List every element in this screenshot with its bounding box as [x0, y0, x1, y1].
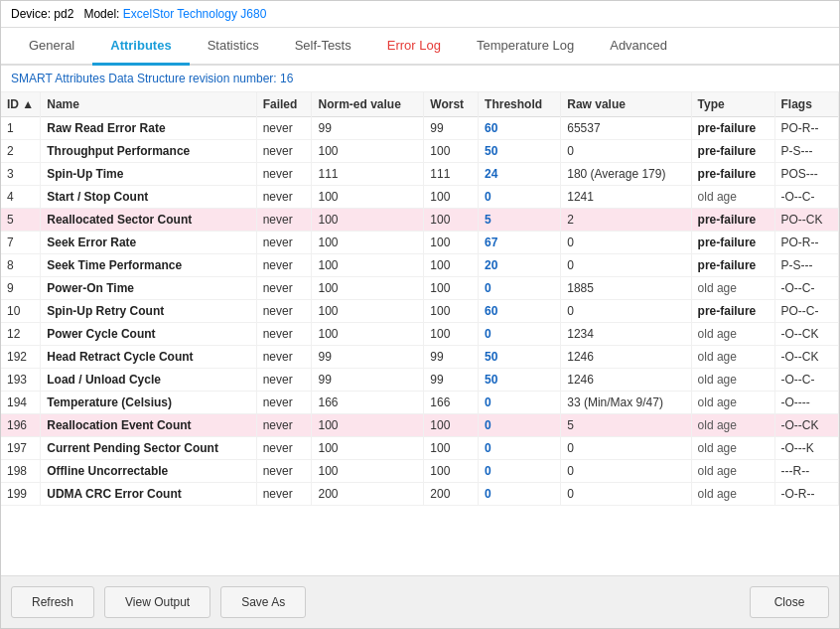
cell-4: 99	[424, 369, 479, 392]
cell-1: Start / Stop Count	[41, 186, 256, 209]
col-header-8: Flags	[774, 92, 838, 117]
cell-6: 65537	[561, 117, 691, 140]
close-button[interactable]: Close	[750, 586, 829, 618]
cell-5: 24	[479, 163, 561, 186]
cell-7: old age	[691, 414, 774, 437]
table-row[interactable]: 196Reallocation Event Countnever10010005…	[1, 414, 839, 437]
cell-5: 0	[479, 460, 561, 483]
cell-2: never	[256, 369, 312, 392]
table-row[interactable]: 8Seek Time Performancenever100100200pre-…	[1, 254, 839, 277]
table-row[interactable]: 197Current Pending Sector Countnever1001…	[1, 437, 839, 460]
table-row[interactable]: 194Temperature (Celsius)never166166033 (…	[1, 392, 839, 414]
cell-2: never	[256, 209, 312, 232]
cell-5: 67	[479, 232, 561, 254]
cell-8: P-S---	[774, 254, 838, 277]
cell-8: PO-R--	[774, 232, 838, 254]
cell-4: 100	[424, 232, 479, 254]
cell-5: 60	[479, 117, 561, 140]
cell-7: old age	[691, 346, 774, 369]
cell-2: never	[256, 483, 312, 506]
cell-7: old age	[691, 369, 774, 392]
cell-4: 100	[424, 140, 479, 163]
cell-6: 0	[561, 140, 691, 163]
col-header-4: Worst	[424, 92, 479, 117]
table-row[interactable]: 4Start / Stop Countnever10010001241old a…	[1, 186, 839, 209]
tab-advanced[interactable]: Advanced	[592, 28, 685, 66]
cell-2: never	[256, 323, 312, 346]
cell-7: old age	[691, 277, 774, 300]
table-row[interactable]: 10Spin-Up Retry Countnever100100600pre-f…	[1, 300, 839, 323]
cell-3: 99	[312, 117, 424, 140]
cell-6: 0	[561, 300, 691, 323]
cell-4: 100	[424, 277, 479, 300]
cell-7: old age	[691, 323, 774, 346]
tab-general[interactable]: General	[11, 28, 92, 66]
col-header-6: Raw value	[561, 92, 691, 117]
cell-6: 1241	[561, 186, 691, 209]
table-row[interactable]: 5Reallocated Sector Countnever10010052pr…	[1, 209, 839, 232]
tab-statistics[interactable]: Statistics	[190, 28, 277, 66]
table-row[interactable]: 7Seek Error Ratenever100100670pre-failur…	[1, 232, 839, 254]
attributes-table-container[interactable]: ID ▲NameFailedNorm-ed valueWorstThreshol…	[1, 92, 839, 575]
cell-6: 5	[561, 414, 691, 437]
cell-1: Reallocated Sector Count	[41, 209, 256, 232]
revision-bar: SMART Attributes Data Structure revision…	[1, 66, 839, 92]
cell-2: never	[256, 460, 312, 483]
cell-8: -O---K	[774, 437, 838, 460]
cell-3: 100	[312, 437, 424, 460]
cell-0: 3	[1, 163, 41, 186]
cell-1: UDMA CRC Error Count	[41, 483, 256, 506]
cell-4: 111	[424, 163, 479, 186]
cell-4: 100	[424, 209, 479, 232]
col-header-3: Norm-ed value	[312, 92, 424, 117]
cell-4: 99	[424, 346, 479, 369]
table-row[interactable]: 193Load / Unload Cyclenever9999501246old…	[1, 369, 839, 392]
cell-4: 100	[424, 414, 479, 437]
table-row[interactable]: 3Spin-Up Timenever11111124180 (Average 1…	[1, 163, 839, 186]
save-as-button[interactable]: Save As	[220, 586, 306, 618]
cell-0: 194	[1, 392, 41, 414]
cell-6: 0	[561, 483, 691, 506]
cell-3: 100	[312, 414, 424, 437]
table-row[interactable]: 199UDMA CRC Error Countnever20020000old …	[1, 483, 839, 506]
cell-6: 1885	[561, 277, 691, 300]
cell-3: 100	[312, 277, 424, 300]
cell-2: never	[256, 346, 312, 369]
cell-1: Power-On Time	[41, 277, 256, 300]
cell-1: Temperature (Celsius)	[41, 392, 256, 414]
cell-5: 50	[479, 140, 561, 163]
table-row[interactable]: 1Raw Read Error Ratenever99996065537pre-…	[1, 117, 839, 140]
table-row[interactable]: 2Throughput Performancenever100100500pre…	[1, 140, 839, 163]
cell-4: 100	[424, 254, 479, 277]
cell-0: 8	[1, 254, 41, 277]
table-row[interactable]: 198Offline Uncorrectablenever10010000old…	[1, 460, 839, 483]
table-row[interactable]: 192Head Retract Cycle Countnever99995012…	[1, 346, 839, 369]
cell-2: never	[256, 186, 312, 209]
table-row[interactable]: 12Power Cycle Countnever10010001234old a…	[1, 323, 839, 346]
cell-8: -O--C-	[774, 277, 838, 300]
cell-7: pre-failure	[691, 140, 774, 163]
cell-1: Seek Time Performance	[41, 254, 256, 277]
cell-2: never	[256, 414, 312, 437]
cell-8: -O--C-	[774, 369, 838, 392]
cell-0: 196	[1, 414, 41, 437]
tab-error-log[interactable]: Error Log	[369, 28, 459, 66]
cell-5: 50	[479, 369, 561, 392]
cell-3: 111	[312, 163, 424, 186]
tab-self-tests[interactable]: Self-Tests	[277, 28, 369, 66]
cell-7: pre-failure	[691, 254, 774, 277]
cell-3: 100	[312, 460, 424, 483]
cell-3: 166	[312, 392, 424, 414]
tab-attributes[interactable]: Attributes	[92, 28, 189, 66]
cell-2: never	[256, 232, 312, 254]
cell-6: 2	[561, 209, 691, 232]
refresh-button[interactable]: Refresh	[11, 586, 94, 618]
tab-temperature-log[interactable]: Temperature Log	[459, 28, 592, 66]
cell-3: 100	[312, 186, 424, 209]
table-row[interactable]: 9Power-On Timenever10010001885old age-O-…	[1, 277, 839, 300]
cell-7: old age	[691, 437, 774, 460]
cell-0: 192	[1, 346, 41, 369]
cell-5: 60	[479, 300, 561, 323]
device-value: pd2	[54, 7, 73, 21]
view-output-button[interactable]: View Output	[104, 586, 210, 618]
